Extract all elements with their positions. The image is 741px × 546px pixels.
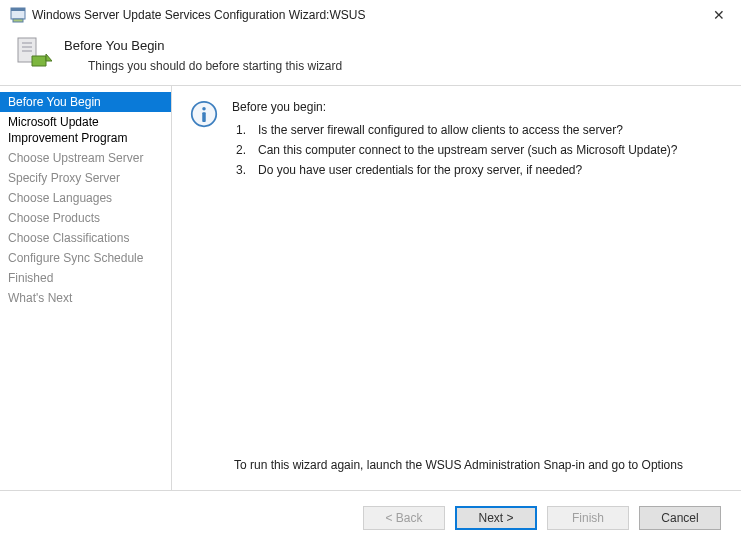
wizard-step[interactable]: Choose Upstream Server [0, 148, 171, 168]
titlebar: Windows Server Update Services Configura… [0, 0, 741, 28]
svg-rect-2 [13, 19, 23, 22]
app-icon [10, 7, 26, 23]
back-button[interactable]: < Back [363, 506, 445, 530]
wizard-step[interactable]: Finished [0, 268, 171, 288]
svg-rect-5 [22, 46, 32, 48]
wizard-step[interactable]: Microsoft Update Improvement Program [0, 112, 171, 148]
svg-rect-11 [202, 112, 206, 122]
cancel-button[interactable]: Cancel [639, 506, 721, 530]
svg-marker-7 [32, 56, 46, 66]
checklist-item: Do you have user credentials for the pro… [232, 160, 678, 180]
svg-rect-1 [11, 8, 25, 11]
content-lead: Before you begin: [232, 100, 678, 114]
wizard-content: Before you begin: Is the server firewall… [172, 86, 741, 490]
svg-rect-4 [22, 42, 32, 44]
finish-button[interactable]: Finish [547, 506, 629, 530]
wizard-steps-sidebar: Before You BeginMicrosoft Update Improve… [0, 86, 172, 490]
button-row: < Back Next > Finish Cancel [0, 490, 741, 544]
window-title: Windows Server Update Services Configura… [32, 8, 707, 22]
close-icon[interactable]: ✕ [707, 7, 731, 23]
svg-rect-10 [202, 107, 206, 111]
wizard-step[interactable]: Before You Begin [0, 92, 171, 112]
info-icon [190, 100, 218, 128]
checklist: Is the server firewall configured to all… [232, 120, 678, 180]
wizard-step[interactable]: Configure Sync Schedule [0, 248, 171, 268]
wizard-step[interactable]: What's Next [0, 288, 171, 308]
checklist-item: Can this computer connect to the upstrea… [232, 140, 678, 160]
page-heading: Before You Begin [64, 38, 342, 53]
footer-note: To run this wizard again, launch the WSU… [234, 458, 723, 480]
wizard-step[interactable]: Choose Classifications [0, 228, 171, 248]
header-icon [12, 36, 52, 72]
svg-rect-6 [22, 50, 32, 52]
wizard-header: Before You Begin Things you should do be… [0, 28, 741, 86]
next-button[interactable]: Next > [455, 506, 537, 530]
page-subheading: Things you should do before starting thi… [88, 59, 342, 73]
checklist-item: Is the server firewall configured to all… [232, 120, 678, 140]
wizard-step[interactable]: Specify Proxy Server [0, 168, 171, 188]
wizard-step[interactable]: Choose Languages [0, 188, 171, 208]
svg-marker-8 [46, 54, 52, 61]
wizard-step[interactable]: Choose Products [0, 208, 171, 228]
